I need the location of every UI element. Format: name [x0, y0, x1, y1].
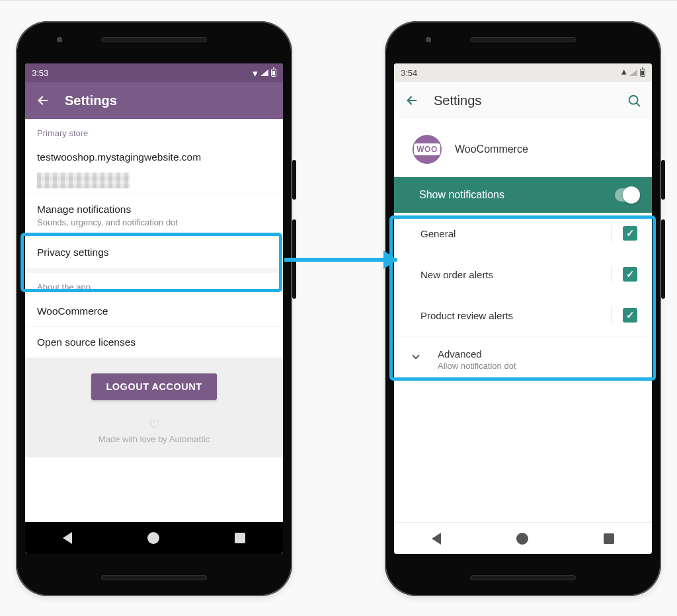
chevron-down-icon: [410, 351, 422, 366]
status-bar: 3:54 ▾: [394, 63, 652, 82]
android-nav-bar: [25, 522, 283, 554]
store-row[interactable]: testwooshop.mystagingwebsite.com: [25, 142, 283, 173]
about-woocommerce-row[interactable]: WooCommerce: [25, 296, 283, 327]
battery-icon: [640, 69, 645, 77]
nav-back-icon[interactable]: [63, 532, 72, 544]
show-notifications-label: Show notifications: [419, 189, 504, 201]
channel-orders-row[interactable]: New order alerts ✓: [394, 254, 652, 295]
advanced-row[interactable]: Advanced Allow notification dot: [394, 336, 652, 383]
android-nav-bar: [394, 522, 652, 554]
phone-right: 3:54 ▾ Settings WOO WooCommerce: [385, 21, 661, 596]
show-notifications-row[interactable]: Show notifications: [394, 177, 652, 213]
wifi-icon: ▾: [253, 68, 258, 78]
wifi-icon: ▾: [621, 68, 627, 78]
nav-recents-icon[interactable]: [235, 533, 245, 543]
nav-back-icon[interactable]: [432, 533, 441, 545]
redacted-block: [37, 173, 130, 188]
show-notifications-toggle[interactable]: [615, 188, 640, 202]
privacy-settings-row[interactable]: Privacy settings: [25, 237, 283, 268]
logout-button[interactable]: LOGOUT ACCOUNT: [91, 373, 216, 400]
app-bar: Settings: [394, 82, 652, 119]
nav-home-icon[interactable]: [516, 533, 528, 545]
status-bar: 3:53 ▾: [25, 63, 283, 82]
nav-home-icon[interactable]: [147, 532, 159, 544]
flow-arrow-icon: [284, 258, 397, 262]
section-primary-store: Primary store: [25, 119, 283, 142]
woocommerce-app-icon: WOO: [413, 135, 442, 164]
phone-left: 3:53 ▾ Settings Primary store testwoosho…: [16, 21, 292, 596]
privacy-settings-title: Privacy settings: [37, 247, 271, 258]
notifications-content: WOO WooCommerce Show notifications Gener…: [394, 119, 652, 522]
screen-right: 3:54 ▾ Settings WOO WooCommerce: [394, 63, 652, 554]
app-header-row: WOO WooCommerce: [394, 119, 652, 177]
checkbox-icon[interactable]: ✓: [623, 267, 637, 282]
settings-content: Primary store testwooshop.mystagingwebsi…: [25, 119, 283, 522]
advanced-sub: Allow notification dot: [438, 361, 516, 371]
heart-icon: ♡: [25, 417, 283, 432]
manage-notifications-sub: Sounds, urgency, and notification dot: [37, 217, 271, 227]
channel-reviews-row[interactable]: Product review alerts ✓: [394, 295, 652, 336]
section-about: About the app: [25, 273, 283, 296]
checkbox-icon[interactable]: ✓: [623, 308, 637, 323]
licenses-row[interactable]: Open source licenses: [25, 327, 283, 358]
page-title: Settings: [65, 93, 117, 108]
app-bar: Settings: [25, 82, 283, 119]
channel-general-row[interactable]: General ✓: [394, 213, 652, 254]
checkbox-icon[interactable]: ✓: [623, 226, 637, 241]
nav-recents-icon[interactable]: [604, 533, 614, 544]
app-name: WooCommerce: [455, 143, 528, 155]
clock: 3:53: [32, 68, 48, 78]
back-icon[interactable]: [36, 93, 50, 108]
screen-left: 3:53 ▾ Settings Primary store testwoosho…: [25, 63, 283, 554]
clock: 3:54: [401, 68, 417, 78]
footer-credit: ♡ Made with love by Automattic: [25, 406, 283, 457]
manage-notifications-title: Manage notifications: [37, 204, 271, 215]
store-url: testwooshop.mystagingwebsite.com: [37, 151, 271, 163]
signal-icon: [629, 69, 637, 76]
back-icon[interactable]: [405, 93, 419, 108]
logout-area: LOGOUT ACCOUNT: [25, 358, 283, 406]
search-icon[interactable]: [627, 93, 641, 108]
advanced-title: Advanced: [438, 348, 516, 360]
signal-icon: [260, 69, 268, 76]
battery-icon: [271, 69, 276, 77]
manage-notifications-row[interactable]: Manage notifications Sounds, urgency, an…: [25, 194, 283, 237]
page-title: Settings: [434, 93, 481, 108]
